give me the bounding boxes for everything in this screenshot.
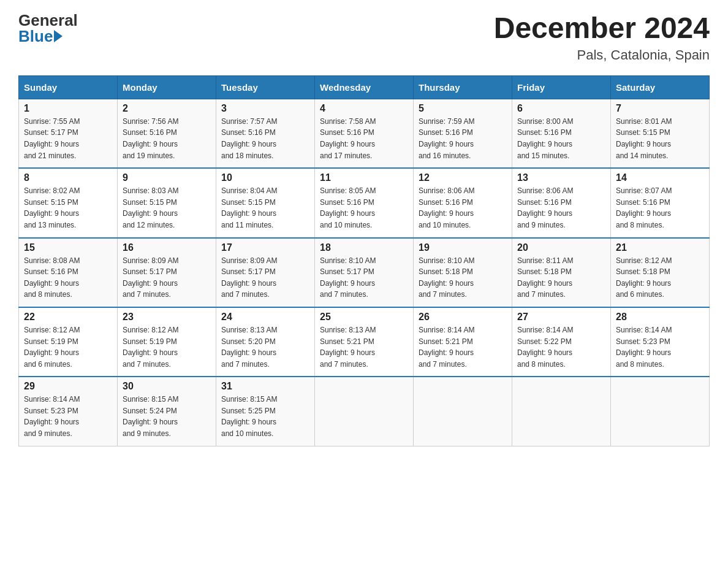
- calendar-title: December 2024: [494, 12, 710, 45]
- day-info: Sunrise: 8:09 AMSunset: 5:17 PMDaylight:…: [221, 255, 309, 301]
- day-info: Sunrise: 8:01 AMSunset: 5:15 PMDaylight:…: [616, 116, 704, 161]
- calendar-day-cell: 10Sunrise: 8:04 AMSunset: 5:15 PMDayligh…: [216, 168, 315, 237]
- calendar-day-cell: 2Sunrise: 7:56 AMSunset: 5:16 PMDaylight…: [118, 99, 216, 168]
- calendar-day-cell: 16Sunrise: 8:09 AMSunset: 5:17 PMDayligh…: [118, 238, 216, 307]
- weekday-header-monday: Monday: [118, 75, 216, 99]
- day-info: Sunrise: 8:15 AMSunset: 5:25 PMDaylight:…: [221, 394, 309, 439]
- day-number: 7: [616, 103, 704, 114]
- day-info: Sunrise: 8:03 AMSunset: 5:15 PMDaylight:…: [123, 185, 211, 231]
- day-info: Sunrise: 8:12 AMSunset: 5:18 PMDaylight:…: [616, 255, 704, 301]
- calendar-day-cell: [611, 377, 710, 446]
- day-info: Sunrise: 7:58 AMSunset: 5:16 PMDaylight:…: [320, 116, 408, 161]
- day-number: 4: [320, 103, 408, 114]
- day-info: Sunrise: 8:07 AMSunset: 5:16 PMDaylight:…: [616, 185, 704, 231]
- day-number: 10: [221, 172, 309, 183]
- day-number: 8: [24, 172, 112, 183]
- calendar-day-cell: 8Sunrise: 8:02 AMSunset: 5:15 PMDaylight…: [19, 168, 118, 237]
- day-number: 26: [419, 312, 507, 323]
- day-number: 16: [123, 242, 211, 253]
- calendar-day-cell: [512, 377, 611, 446]
- calendar-day-cell: [315, 377, 414, 446]
- calendar-week-row: 22Sunrise: 8:12 AMSunset: 5:19 PMDayligh…: [19, 307, 710, 377]
- calendar-day-cell: 3Sunrise: 7:57 AMSunset: 5:16 PMDaylight…: [216, 99, 315, 168]
- logo: General Blue: [18, 12, 78, 44]
- day-info: Sunrise: 8:14 AMSunset: 5:23 PMDaylight:…: [24, 394, 112, 439]
- calendar-day-cell: 15Sunrise: 8:08 AMSunset: 5:16 PMDayligh…: [19, 238, 118, 307]
- calendar-day-cell: 30Sunrise: 8:15 AMSunset: 5:24 PMDayligh…: [118, 377, 216, 446]
- calendar-day-cell: 28Sunrise: 8:14 AMSunset: 5:23 PMDayligh…: [611, 307, 710, 377]
- day-number: 22: [24, 312, 112, 323]
- day-number: 5: [419, 103, 507, 114]
- day-number: 3: [221, 103, 309, 114]
- day-info: Sunrise: 8:08 AMSunset: 5:16 PMDaylight:…: [24, 255, 112, 301]
- weekday-header-thursday: Thursday: [414, 75, 512, 99]
- day-number: 27: [517, 312, 605, 323]
- day-number: 18: [320, 242, 408, 253]
- day-info: Sunrise: 8:06 AMSunset: 5:16 PMDaylight:…: [419, 185, 507, 231]
- weekday-header-sunday: Sunday: [19, 75, 118, 99]
- weekday-header-wednesday: Wednesday: [315, 75, 414, 99]
- day-number: 1: [24, 103, 112, 114]
- calendar-day-cell: 12Sunrise: 8:06 AMSunset: 5:16 PMDayligh…: [414, 168, 512, 237]
- day-number: 20: [517, 242, 605, 253]
- calendar-day-cell: 4Sunrise: 7:58 AMSunset: 5:16 PMDaylight…: [315, 99, 414, 168]
- day-number: 30: [123, 381, 211, 392]
- day-number: 15: [24, 242, 112, 253]
- calendar-day-cell: 27Sunrise: 8:14 AMSunset: 5:22 PMDayligh…: [512, 307, 611, 377]
- day-info: Sunrise: 7:55 AMSunset: 5:17 PMDaylight:…: [24, 116, 112, 161]
- calendar-week-row: 15Sunrise: 8:08 AMSunset: 5:16 PMDayligh…: [19, 238, 710, 307]
- day-number: 19: [419, 242, 507, 253]
- day-info: Sunrise: 8:10 AMSunset: 5:18 PMDaylight:…: [419, 255, 507, 301]
- calendar-week-row: 29Sunrise: 8:14 AMSunset: 5:23 PMDayligh…: [19, 377, 710, 446]
- day-number: 12: [419, 172, 507, 183]
- calendar-day-cell: 13Sunrise: 8:06 AMSunset: 5:16 PMDayligh…: [512, 168, 611, 237]
- logo-triangle-icon: [54, 30, 63, 42]
- day-info: Sunrise: 8:10 AMSunset: 5:17 PMDaylight:…: [320, 255, 408, 301]
- day-number: 23: [123, 312, 211, 323]
- weekday-header-row: SundayMondayTuesdayWednesdayThursdayFrid…: [19, 75, 710, 99]
- day-info: Sunrise: 8:12 AMSunset: 5:19 PMDaylight:…: [123, 324, 211, 370]
- day-info: Sunrise: 8:14 AMSunset: 5:23 PMDaylight:…: [616, 324, 704, 370]
- calendar-day-cell: 22Sunrise: 8:12 AMSunset: 5:19 PMDayligh…: [19, 307, 118, 377]
- calendar-day-cell: 7Sunrise: 8:01 AMSunset: 5:15 PMDaylight…: [611, 99, 710, 168]
- calendar-table: SundayMondayTuesdayWednesdayThursdayFrid…: [18, 75, 710, 446]
- day-number: 11: [320, 172, 408, 183]
- day-number: 2: [123, 103, 211, 114]
- calendar-day-cell: 19Sunrise: 8:10 AMSunset: 5:18 PMDayligh…: [414, 238, 512, 307]
- calendar-day-cell: 18Sunrise: 8:10 AMSunset: 5:17 PMDayligh…: [315, 238, 414, 307]
- day-info: Sunrise: 7:56 AMSunset: 5:16 PMDaylight:…: [123, 116, 211, 161]
- day-info: Sunrise: 8:11 AMSunset: 5:18 PMDaylight:…: [517, 255, 605, 301]
- day-info: Sunrise: 8:14 AMSunset: 5:21 PMDaylight:…: [419, 324, 507, 370]
- day-info: Sunrise: 7:57 AMSunset: 5:16 PMDaylight:…: [221, 116, 309, 161]
- calendar-day-cell: 31Sunrise: 8:15 AMSunset: 5:25 PMDayligh…: [216, 377, 315, 446]
- day-info: Sunrise: 8:15 AMSunset: 5:24 PMDaylight:…: [123, 394, 211, 439]
- calendar-day-cell: 17Sunrise: 8:09 AMSunset: 5:17 PMDayligh…: [216, 238, 315, 307]
- calendar-subtitle: Pals, Catalonia, Spain: [494, 47, 710, 63]
- calendar-day-cell: 5Sunrise: 7:59 AMSunset: 5:16 PMDaylight…: [414, 99, 512, 168]
- logo-general-text: General: [18, 12, 78, 28]
- calendar-day-cell: 29Sunrise: 8:14 AMSunset: 5:23 PMDayligh…: [19, 377, 118, 446]
- calendar-day-cell: 21Sunrise: 8:12 AMSunset: 5:18 PMDayligh…: [611, 238, 710, 307]
- calendar-day-cell: 11Sunrise: 8:05 AMSunset: 5:16 PMDayligh…: [315, 168, 414, 237]
- day-info: Sunrise: 8:00 AMSunset: 5:16 PMDaylight:…: [517, 116, 605, 161]
- day-number: 28: [616, 312, 704, 323]
- page-header: General Blue December 2024 Pals, Catalon…: [18, 12, 710, 63]
- day-number: 6: [517, 103, 605, 114]
- day-number: 31: [221, 381, 309, 392]
- calendar-day-cell: 9Sunrise: 8:03 AMSunset: 5:15 PMDaylight…: [118, 168, 216, 237]
- calendar-week-row: 8Sunrise: 8:02 AMSunset: 5:15 PMDaylight…: [19, 168, 710, 237]
- calendar-day-cell: 26Sunrise: 8:14 AMSunset: 5:21 PMDayligh…: [414, 307, 512, 377]
- calendar-day-cell: 24Sunrise: 8:13 AMSunset: 5:20 PMDayligh…: [216, 307, 315, 377]
- calendar-day-cell: 1Sunrise: 7:55 AMSunset: 5:17 PMDaylight…: [19, 99, 118, 168]
- day-info: Sunrise: 8:04 AMSunset: 5:15 PMDaylight:…: [221, 185, 309, 231]
- day-info: Sunrise: 8:09 AMSunset: 5:17 PMDaylight:…: [123, 255, 211, 301]
- day-number: 25: [320, 312, 408, 323]
- day-number: 9: [123, 172, 211, 183]
- calendar-day-cell: 25Sunrise: 8:13 AMSunset: 5:21 PMDayligh…: [315, 307, 414, 377]
- calendar-day-cell: 20Sunrise: 8:11 AMSunset: 5:18 PMDayligh…: [512, 238, 611, 307]
- day-info: Sunrise: 8:13 AMSunset: 5:20 PMDaylight:…: [221, 324, 309, 370]
- day-info: Sunrise: 8:12 AMSunset: 5:19 PMDaylight:…: [24, 324, 112, 370]
- day-info: Sunrise: 7:59 AMSunset: 5:16 PMDaylight:…: [419, 116, 507, 161]
- day-info: Sunrise: 8:14 AMSunset: 5:22 PMDaylight:…: [517, 324, 605, 370]
- calendar-week-row: 1Sunrise: 7:55 AMSunset: 5:17 PMDaylight…: [19, 99, 710, 168]
